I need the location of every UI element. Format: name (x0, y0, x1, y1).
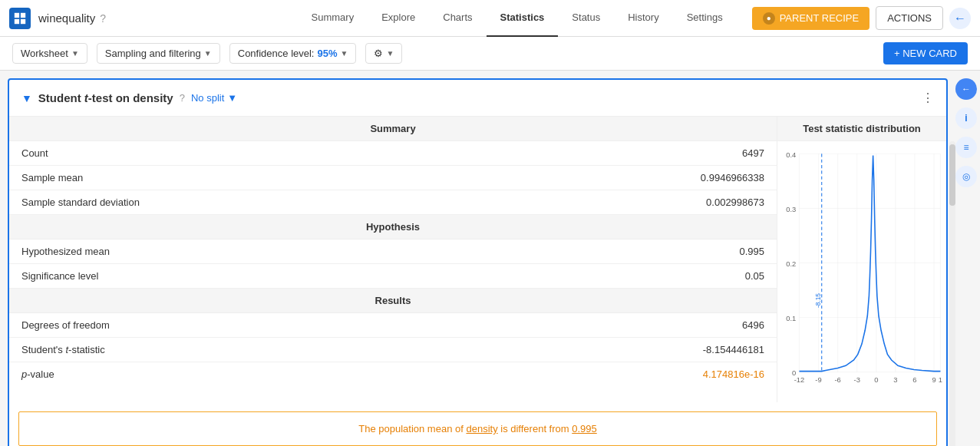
summary-section-header: Summary (9, 117, 777, 141)
svg-text:0.2: 0.2 (786, 259, 796, 268)
nav-summary[interactable]: Summary (298, 0, 368, 37)
worksheet-caret: ▼ (71, 49, 79, 58)
sig-level-row: Significance level 0.05 (9, 264, 777, 289)
pvalue-row: p-value 4.174816e-16 (9, 362, 777, 386)
card-header: ▼ Student t-test on density ? No split ▼… (9, 80, 946, 117)
student-t-test-card: ▼ Student t-test on density ? No split ▼… (8, 78, 948, 446)
settings-gear-dropdown[interactable]: ⚙ ▼ (365, 43, 402, 64)
nav-status[interactable]: Status (558, 0, 614, 37)
svg-text:0.4: 0.4 (786, 150, 796, 159)
sidebar-info-icon[interactable]: i (955, 107, 977, 129)
hypothesis-section-header: Hypothesis (9, 215, 777, 240)
help-icon[interactable]: ? (100, 12, 106, 25)
sample-std-row: Sample standard deviation 0.002998673 (9, 190, 777, 215)
nav-explore[interactable]: Explore (368, 0, 429, 37)
dof-row: Degrees of freedom 6496 (9, 313, 777, 338)
nav-settings[interactable]: Settings (673, 0, 737, 37)
confidence-dropdown[interactable]: Confidence level: 95% ▼ (229, 43, 357, 64)
svg-text:-8.15: -8.15 (814, 293, 822, 308)
sampling-dropdown[interactable]: Sampling and filtering ▼ (97, 43, 220, 64)
svg-text:6: 6 (912, 375, 916, 384)
conclusion-link[interactable]: density (466, 423, 497, 434)
card-help-icon[interactable]: ? (180, 92, 185, 104)
card-title: Student t-test on density (38, 91, 173, 104)
gear-caret: ▼ (386, 49, 394, 58)
card-body: Summary Count 6497 Sample mean 0.9946966… (9, 117, 946, 402)
top-navigation: winequality ? Summary Explore Charts Sta… (0, 0, 980, 37)
scrollbar-thumb[interactable] (949, 144, 955, 206)
parent-recipe-button[interactable]: ● PARENT RECIPE (752, 7, 870, 30)
chart-area: 0.4 0.3 0.2 0.1 0 (777, 141, 946, 402)
sidebar-comment-icon[interactable]: ≡ (955, 137, 977, 158)
svg-rect-0 (15, 12, 19, 17)
confidence-caret: ▼ (341, 49, 348, 58)
table-section: Summary Count 6497 Sample mean 0.9946966… (9, 117, 777, 402)
scrollbar-track[interactable] (949, 141, 955, 446)
conclusion-bar: The population mean of density is differ… (18, 411, 937, 446)
svg-text:-3: -3 (854, 375, 860, 384)
svg-text:9: 9 (932, 375, 935, 384)
split-caret: ▼ (227, 92, 237, 104)
t-stat-row: Student's t-statistic -8.154446181 (9, 338, 777, 362)
gear-icon: ⚙ (374, 48, 383, 59)
sampling-caret: ▼ (204, 49, 212, 58)
chart-title: Test statistic distribution (777, 117, 946, 141)
app-name: winequality (38, 12, 95, 25)
chart-section: Test statistic distribution 0.4 0.3 0.2 … (777, 117, 946, 402)
svg-rect-2 (15, 18, 19, 23)
new-card-button[interactable]: + NEW CARD (883, 42, 968, 64)
hyp-mean-row: Hypothesized mean 0.995 (9, 240, 777, 264)
svg-text:3: 3 (893, 375, 897, 384)
toolbar: Worksheet ▼ Sampling and filtering ▼ Con… (0, 37, 980, 71)
recipe-icon: ● (763, 12, 775, 25)
sidebar-circle-icon[interactable]: ◎ (955, 166, 977, 187)
svg-text:0.1: 0.1 (786, 314, 796, 322)
sidebar-back-icon[interactable]: ← (955, 78, 977, 100)
distribution-chart: 0.4 0.3 0.2 0.1 0 (780, 147, 943, 396)
nav-links: Summary Explore Charts Statistics Status… (298, 0, 737, 37)
app-logo (9, 8, 31, 29)
nav-back-arrow[interactable]: ← (949, 8, 971, 29)
svg-text:1: 1 (939, 375, 942, 384)
svg-rect-1 (21, 12, 25, 17)
collapse-button[interactable]: ▼ (21, 92, 32, 104)
svg-text:-12: -12 (794, 375, 805, 384)
nav-charts[interactable]: Charts (429, 0, 486, 37)
nav-statistics[interactable]: Statistics (487, 0, 559, 37)
conclusion-value: 0.995 (572, 423, 597, 434)
svg-text:-6: -6 (834, 375, 840, 384)
results-section-header: Results (9, 289, 777, 313)
svg-rect-3 (21, 18, 25, 23)
sample-mean-row: Sample mean 0.9946966338 (9, 166, 777, 190)
svg-text:-9: -9 (815, 375, 821, 384)
actions-button[interactable]: ACTIONS (876, 6, 943, 30)
split-dropdown[interactable]: No split ▼ (191, 92, 237, 104)
svg-text:0.3: 0.3 (786, 205, 796, 213)
svg-text:0: 0 (874, 375, 878, 384)
more-options-button[interactable]: ⋮ (922, 91, 934, 105)
count-row: Count 6497 (9, 141, 777, 166)
worksheet-dropdown[interactable]: Worksheet ▼ (12, 43, 87, 64)
nav-history[interactable]: History (614, 0, 672, 37)
